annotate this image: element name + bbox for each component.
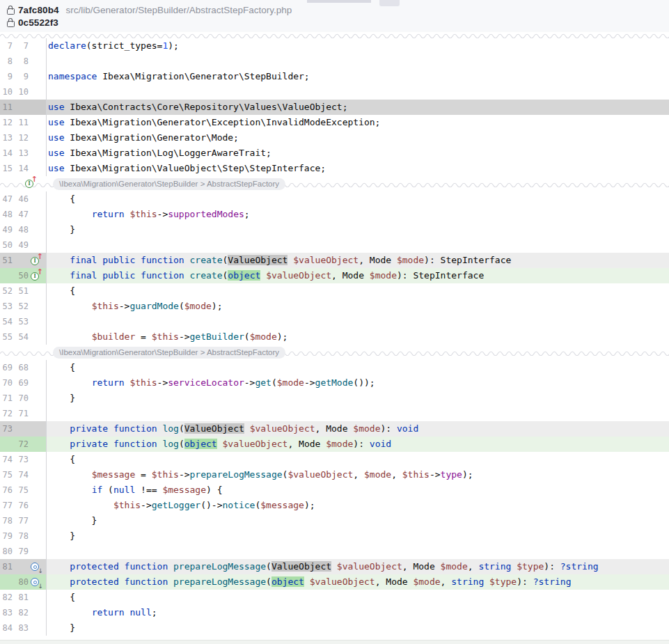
code-line[interactable]: $message = $this->prepareLogMessage($val… (47, 467, 669, 482)
code-line[interactable]: } (47, 513, 669, 528)
code-line[interactable]: final public function create(object $val… (47, 268, 669, 283)
code-line[interactable]: return $this->supportedModes; (47, 207, 669, 222)
diff-line[interactable]: 7170 } (0, 391, 669, 406)
diff-line[interactable]: 7675 if (null !== $message) { (0, 482, 669, 498)
diff-line[interactable]: 99namespace Ibexa\Migration\Generator\St… (0, 69, 669, 84)
fold-breadcrumb[interactable]: \Ibexa\Migration\Generator\StepBuilder >… (53, 178, 285, 190)
code-line[interactable]: } (47, 222, 669, 237)
code-line[interactable]: { (47, 590, 669, 605)
diff-line[interactable]: 1312use Ibexa\Migration\Generator\Mode; (0, 130, 669, 146)
diff-line[interactable]: 7473 { (0, 452, 669, 467)
diff-line[interactable]: 5049 (0, 237, 669, 253)
diff-line[interactable]: 4847 return $this->supportedModes; (0, 207, 669, 222)
fold-separator[interactable]: I↑\Ibexa\Migration\Generator\StepBuilder… (0, 176, 669, 191)
code-line[interactable]: protected function prepareLogMessage(obj… (47, 574, 669, 590)
diff-line[interactable]: 7271 (0, 406, 669, 421)
diff-line[interactable]: 7877 } (0, 513, 669, 528)
code-line[interactable]: { (47, 360, 669, 375)
implements-method-icon[interactable]: I↑ (31, 256, 42, 266)
code-line[interactable]: } (47, 620, 669, 636)
diff-line[interactable]: 11use Ibexa\Contracts\Core\Repository\Va… (0, 100, 669, 115)
code-line[interactable]: $builder = $this->getBuilder($mode); (47, 329, 669, 345)
diff-line[interactable]: 5453 (0, 314, 669, 329)
code-line[interactable]: $this->guardMode($mode); (47, 299, 669, 314)
code-line[interactable]: return $this->serviceLocator->get($mode-… (47, 375, 669, 391)
diff-line[interactable]: 8483 } (0, 620, 669, 636)
code-line[interactable] (47, 314, 669, 329)
code-line[interactable]: final public function create(ValueObject… (47, 253, 669, 268)
gutter-icon-slot (29, 222, 44, 237)
overridden-method-icon[interactable]: ↓ (31, 577, 42, 588)
diff-line[interactable]: 8079 (0, 544, 669, 559)
diff-line[interactable]: 4948 } (0, 222, 669, 237)
code-line[interactable]: use Ibexa\Migration\Generator\Mode; (47, 130, 669, 146)
diff-line[interactable]: 4746 { (0, 191, 669, 207)
line-number-new (14, 559, 29, 574)
diff-line[interactable]: 88 (0, 54, 669, 69)
code-line[interactable] (47, 84, 669, 100)
diff-line[interactable]: 7069 return $this->serviceLocator->get($… (0, 375, 669, 391)
code-line[interactable]: private function log(ValueObject $valueO… (47, 421, 669, 437)
code-line[interactable]: declare(strict_types=1); (47, 38, 669, 54)
diff-line[interactable]: 81↓ protected function prepareLogMessage… (0, 559, 669, 574)
diff-line[interactable]: 77declare(strict_types=1); (0, 38, 669, 54)
gutter: 7170 (0, 391, 47, 406)
line-number-new (14, 253, 29, 268)
code-line[interactable]: use Ibexa\Contracts\Core\Repository\Valu… (47, 100, 669, 115)
code-line[interactable] (47, 544, 669, 559)
gutter-icon-slot (29, 590, 44, 605)
code-line[interactable]: { (47, 283, 669, 299)
fold-separator[interactable]: \Ibexa\Migration\Generator\StepBuilder >… (0, 345, 669, 360)
line-number-old: 71 (0, 391, 13, 406)
diff-line[interactable]: 1514use Ibexa\Migration\ValueObject\Step… (0, 161, 669, 176)
code-line[interactable]: } (47, 391, 669, 406)
gutter: 7978 (0, 528, 47, 544)
code-line[interactable]: use Ibexa\Migration\ValueObject\Step\Ste… (47, 161, 669, 176)
implements-method-icon[interactable]: I↑ (31, 271, 42, 281)
diff-line[interactable]: 8281 { (0, 590, 669, 605)
diff-line[interactable]: 50I↑ final public function create(object… (0, 268, 669, 283)
code-line[interactable]: private function log(object $valueObject… (47, 437, 669, 452)
diff-line[interactable]: 7776 $this->getLogger()->notice($message… (0, 498, 669, 513)
new-commit-hash: 0c5522f3 (18, 17, 58, 28)
gutter: 7271 (0, 406, 47, 421)
code-line[interactable]: namespace Ibexa\Migration\Generator\Step… (47, 69, 669, 84)
diff-line[interactable]: 5251 { (0, 283, 669, 299)
diff-line[interactable]: 7978 } (0, 528, 669, 544)
line-number-old: 8 (0, 54, 13, 69)
diff-line[interactable]: 73 private function log(ValueObject $val… (0, 421, 669, 437)
diff-line[interactable]: 80↓ protected function prepareLogMessage… (0, 574, 669, 590)
code-line[interactable]: return null; (47, 605, 669, 620)
diff-line[interactable]: 8382 return null; (0, 605, 669, 620)
code-line[interactable] (47, 54, 669, 69)
code-line[interactable]: protected function prepareLogMessage(Val… (47, 559, 669, 574)
gutter: 1211 (0, 115, 47, 130)
code-line[interactable]: } (47, 528, 669, 544)
diff-line[interactable]: 1010 (0, 84, 669, 100)
gutter-icon-slot (29, 299, 44, 314)
gutter: 4746 (0, 191, 47, 207)
code-line[interactable]: use Ibexa\Migration\Log\LoggerAwareTrait… (47, 146, 669, 161)
diff-line[interactable]: 5554 $builder = $this->getBuilder($mode)… (0, 329, 669, 345)
diff-line[interactable]: 5352 $this->guardMode($mode); (0, 299, 669, 314)
gutter: 6968 (0, 360, 47, 375)
line-number-new: 46 (14, 191, 29, 207)
code-line[interactable]: { (47, 452, 669, 467)
fold-breadcrumb[interactable]: \Ibexa\Migration\Generator\StepBuilder >… (53, 347, 285, 359)
diff-line[interactable]: 72 private function log(object $valueObj… (0, 437, 669, 452)
diff-line[interactable]: 1211use Ibexa\Migration\Generator\Except… (0, 115, 669, 130)
diff-line[interactable]: 6968 { (0, 360, 669, 375)
diff-line[interactable]: 7574 $message = $this->prepareLogMessage… (0, 467, 669, 482)
code-line[interactable]: { (47, 191, 669, 207)
overridden-method-icon[interactable]: ↓ (31, 562, 42, 572)
diff-line[interactable]: 1413use Ibexa\Migration\Log\LoggerAwareT… (0, 146, 669, 161)
line-number-old (0, 574, 13, 590)
implements-method-icon[interactable]: I↑ (25, 178, 36, 189)
code-line[interactable] (47, 237, 669, 253)
code-line[interactable]: use Ibexa\Migration\Generator\Exception\… (47, 115, 669, 130)
code-line[interactable]: if (null !== $message) { (47, 482, 669, 498)
code-line[interactable]: $this->getLogger()->notice($message); (47, 498, 669, 513)
diff-line[interactable]: 51I↑ final public function create(ValueO… (0, 253, 669, 268)
code-line[interactable] (47, 406, 669, 421)
line-number-old: 75 (0, 467, 13, 482)
